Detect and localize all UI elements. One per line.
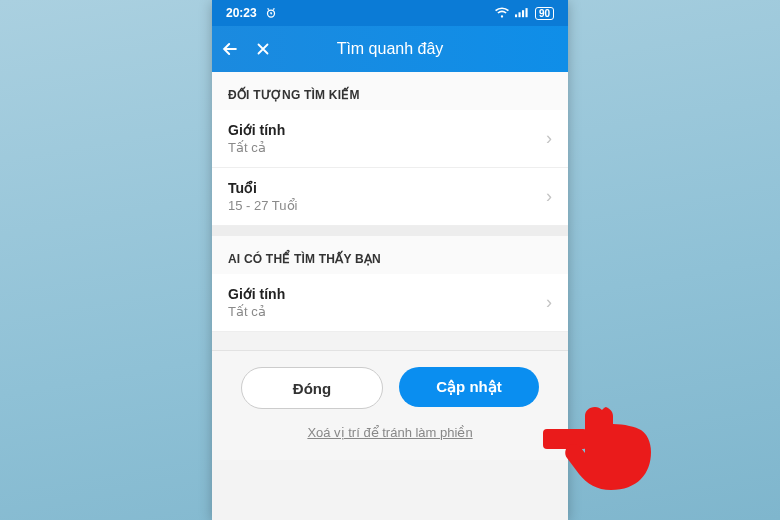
update-button[interactable]: Cập nhật (399, 367, 539, 407)
row-visibility-gender[interactable]: Giới tính Tất cả › (212, 274, 568, 332)
app-bar: Tìm quanh đây (212, 26, 568, 72)
close-button[interactable] (254, 40, 288, 58)
section-divider (212, 226, 568, 236)
gender-label: Giới tính (228, 122, 285, 138)
status-time: 20:23 (226, 6, 257, 20)
section-header-search-target: ĐỐI TƯỢNG TÌM KIẾM (212, 72, 568, 110)
svg-rect-3 (522, 10, 524, 17)
vis-gender-label: Giới tính (228, 286, 285, 302)
app-bar-title: Tìm quanh đây (288, 40, 492, 58)
age-value: 15 - 27 Tuổi (228, 198, 297, 213)
phone-frame: 20:23 90 (212, 0, 568, 520)
svg-rect-2 (518, 12, 520, 17)
battery-icon: 90 (535, 7, 554, 20)
chevron-right-icon: › (546, 186, 552, 207)
status-bar: 20:23 90 (212, 0, 568, 26)
signal-icon (515, 7, 529, 19)
row-age[interactable]: Tuổi 15 - 27 Tuổi › (212, 168, 568, 226)
alarm-icon (265, 7, 277, 19)
wifi-icon (495, 7, 509, 19)
close-dialog-button[interactable]: Đóng (241, 367, 383, 409)
age-label: Tuổi (228, 180, 297, 196)
chevron-right-icon: › (546, 292, 552, 313)
footer: Đóng Cập nhật Xoá vị trí để tránh làm ph… (212, 350, 568, 460)
svg-rect-4 (525, 8, 527, 17)
vis-gender-value: Tất cả (228, 304, 285, 319)
clear-location-link[interactable]: Xoá vị trí để tránh làm phiền (226, 425, 554, 440)
gender-value: Tất cả (228, 140, 285, 155)
row-gender[interactable]: Giới tính Tất cả › (212, 110, 568, 168)
chevron-right-icon: › (546, 128, 552, 149)
svg-rect-1 (515, 14, 517, 17)
back-button[interactable] (220, 39, 254, 59)
section-header-visibility: AI CÓ THỂ TÌM THẤY BẠN (212, 236, 568, 274)
